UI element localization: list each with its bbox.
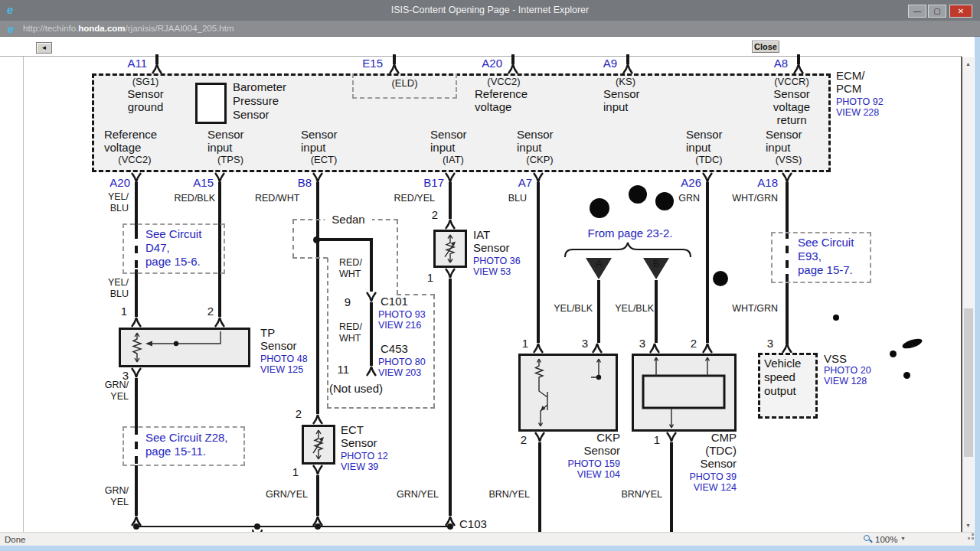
c103-label: C103 bbox=[459, 517, 487, 530]
iat-photo-link[interactable]: PHOTO 36 bbox=[473, 256, 521, 267]
scrollbar-thumb[interactable] bbox=[964, 308, 973, 457]
vss-pin3: 3 bbox=[760, 337, 773, 350]
c101-view-link[interactable]: VIEW 216 bbox=[378, 320, 421, 331]
terminal-fork-icon bbox=[622, 64, 634, 74]
close-window-button[interactable]: ✕ bbox=[949, 5, 972, 18]
vcc2-sub: (VCC2) bbox=[475, 76, 533, 87]
wire-tp3 bbox=[135, 465, 138, 516]
scroll-down-button[interactable]: ▼ bbox=[962, 520, 974, 531]
ckp-view-link[interactable]: VIEW 104 bbox=[550, 469, 620, 481]
see-circuit-e93-link[interactable]: See Circuit E93, page 15-7. bbox=[798, 236, 854, 277]
pin-a8-link[interactable]: A8 bbox=[754, 57, 788, 70]
ecm-photo-link[interactable]: PHOTO 92 bbox=[836, 96, 884, 108]
cmp-view-link[interactable]: VIEW 124 bbox=[672, 482, 737, 494]
wire-color-redblk: RED/BLK bbox=[172, 193, 215, 204]
pin-a26-link[interactable]: A26 bbox=[671, 176, 701, 189]
pin-a20-link[interactable]: A20 bbox=[100, 176, 130, 189]
pin-a9-link[interactable]: A9 bbox=[583, 57, 617, 70]
zoom-level[interactable]: 100% bbox=[875, 535, 897, 544]
vcc2-top-label: (VCC2) Reference voltage bbox=[475, 76, 544, 113]
c101-name: C101 bbox=[381, 295, 408, 308]
sedan-outline bbox=[292, 257, 328, 259]
wire-color-yelblu-mid: YEL/BLU bbox=[98, 277, 129, 299]
wire-color-yelblu: YEL/BLU bbox=[98, 191, 129, 214]
c453-photo-link[interactable]: PHOTO 80 bbox=[378, 357, 426, 368]
wire-color-redwht-sedan: RED/WHT bbox=[339, 257, 362, 279]
n2: Sensor bbox=[473, 241, 510, 254]
ckp-photo-link[interactable]: PHOTO 159 bbox=[550, 458, 620, 470]
n2: (TDC) bbox=[672, 444, 737, 457]
ref-l2: D47, bbox=[145, 241, 201, 255]
ink-blob bbox=[655, 192, 674, 210]
pin-a7-link[interactable]: A7 bbox=[501, 176, 532, 189]
tp-photo-link[interactable]: PHOTO 48 bbox=[260, 354, 308, 365]
b2: speed bbox=[764, 370, 801, 384]
magnifier-handle bbox=[869, 539, 873, 543]
ecm-name2: PCM bbox=[836, 82, 865, 95]
wc: RED/ bbox=[339, 321, 362, 333]
col-l2: input bbox=[686, 141, 735, 154]
vss-photo-link[interactable]: PHOTO 20 bbox=[824, 365, 871, 377]
transistor-symbol bbox=[521, 356, 616, 429]
ect-view-link[interactable]: VIEW 39 bbox=[341, 461, 378, 473]
pin-a11-link[interactable]: A11 bbox=[113, 57, 147, 70]
iat-view-link[interactable]: VIEW 53 bbox=[473, 266, 511, 278]
barometer-label: Barometer Pressure Sensor bbox=[233, 80, 286, 122]
url-prefix: http://techinfo. bbox=[23, 24, 78, 33]
ecm-view-link[interactable]: VIEW 228 bbox=[836, 107, 879, 119]
tp-view-link[interactable]: VIEW 125 bbox=[260, 364, 303, 376]
pin-a20-top-link[interactable]: A20 bbox=[469, 57, 502, 70]
sg1-l2: ground bbox=[113, 100, 178, 113]
ecm-name: ECM/ PCM bbox=[836, 69, 865, 95]
ect-sensor-label: ECTSensor bbox=[341, 423, 377, 449]
ect-pin2: 2 bbox=[288, 407, 302, 420]
ref-l1: See Circuit bbox=[798, 236, 854, 249]
pin-a18-link[interactable]: A18 bbox=[747, 176, 778, 189]
maximize-button[interactable]: ▢ bbox=[928, 5, 946, 18]
col-l2: input bbox=[517, 141, 566, 154]
terminal-fork-icon bbox=[532, 172, 544, 183]
sedan-outline bbox=[327, 258, 328, 408]
col-l1: Sensor bbox=[686, 128, 735, 141]
ecm-col-tdc: Sensor input (TDC) bbox=[686, 128, 735, 165]
wire-color-grn: GRN bbox=[672, 193, 700, 204]
ink-blob bbox=[590, 198, 609, 218]
pin-a15-link[interactable]: A15 bbox=[183, 176, 214, 189]
pin-b8-link[interactable]: B8 bbox=[281, 176, 312, 189]
resize-grip[interactable] bbox=[968, 537, 970, 540]
scroll-up-button[interactable]: ▲ bbox=[962, 58, 974, 70]
pin-b17-link[interactable]: B17 bbox=[413, 176, 444, 189]
ect-photo-link[interactable]: PHOTO 12 bbox=[341, 451, 388, 462]
col-sub: (ECT) bbox=[301, 154, 347, 165]
back-button[interactable]: ◄ bbox=[36, 42, 52, 54]
sedan-label: Sedan bbox=[325, 213, 372, 226]
c453-view-link[interactable]: VIEW 203 bbox=[378, 367, 421, 379]
close-page-button[interactable]: Close bbox=[752, 41, 779, 53]
zoom-caret-icon[interactable]: ▼ bbox=[900, 536, 906, 541]
from-page-link[interactable]: From page 23-2. bbox=[569, 227, 691, 240]
minimize-button[interactable]: — bbox=[908, 5, 926, 18]
c453-pin11: 11 bbox=[334, 363, 349, 376]
col-sub: (TDC) bbox=[686, 154, 732, 165]
url-field[interactable]: http://techinfo.honda.com/rjanisis/RJAAI… bbox=[23, 24, 234, 33]
wc: BLU bbox=[98, 203, 129, 214]
vss-view-link[interactable]: VIEW 128 bbox=[824, 376, 867, 387]
pin-e15-link[interactable]: E15 bbox=[349, 57, 383, 70]
n1: CMP bbox=[672, 431, 737, 444]
col-l1: Sensor bbox=[207, 128, 256, 141]
resize-grip bbox=[972, 537, 974, 540]
n3: Sensor bbox=[672, 457, 737, 470]
see-circuit-z28-link[interactable]: See Circuit Z28, page 15-11. bbox=[145, 431, 228, 458]
c101-photo-link[interactable]: PHOTO 93 bbox=[378, 309, 426, 321]
terminal-fork-icon bbox=[444, 219, 456, 230]
ink-blob bbox=[713, 271, 728, 286]
cmp-photo-link[interactable]: PHOTO 39 bbox=[672, 471, 737, 483]
cmp-pin3: 3 bbox=[632, 337, 645, 350]
wire-color-grnyel-ect: GRN/YEL bbox=[263, 489, 308, 500]
wire-tp3-dashed bbox=[135, 427, 138, 465]
vertical-scrollbar[interactable] bbox=[962, 57, 974, 532]
triangle-a-label: A bbox=[583, 258, 614, 269]
vss-box-label: Vehicle speed output bbox=[764, 357, 801, 398]
vccr-l1: Sensor bbox=[766, 87, 818, 100]
see-circuit-d47-link[interactable]: See Circuit D47, page 15-6. bbox=[145, 227, 201, 269]
